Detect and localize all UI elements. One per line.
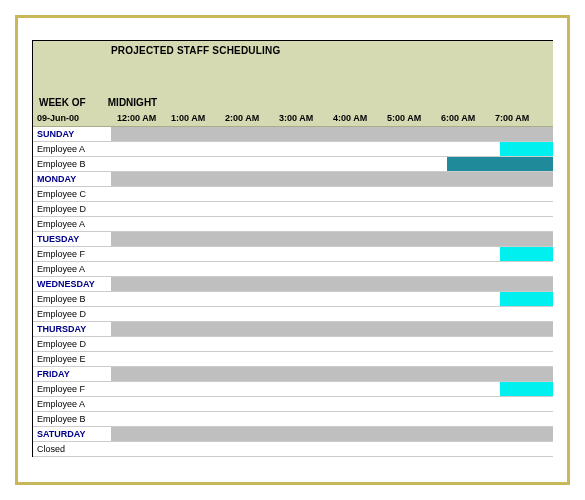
time-col-0: 12:00 AM: [111, 113, 165, 123]
employee-label: Employee A: [33, 142, 111, 156]
day-row: SATURDAY: [33, 427, 553, 442]
employee-label: Employee A: [33, 262, 111, 276]
time-col-5: 5:00 AM: [381, 113, 435, 123]
document-frame: PROJECTED STAFF SCHEDULING WEEK OF MIDNI…: [15, 15, 570, 485]
sheet-title: PROJECTED STAFF SCHEDULING: [111, 45, 280, 56]
employee-label: Employee C: [33, 187, 111, 201]
schedule-cells: [111, 232, 553, 246]
schedule-cells: [111, 217, 553, 231]
time-col-6: 6:00 AM: [435, 113, 489, 123]
employee-row: Employee A: [33, 217, 553, 232]
day-label: FRIDAY: [33, 367, 111, 381]
schedule-cells: [111, 127, 553, 141]
employee-label: Closed: [33, 442, 111, 456]
schedule-cells: [111, 202, 553, 216]
schedule-cells: [111, 412, 553, 426]
schedule-cells: [111, 427, 553, 441]
employee-row: Employee B: [33, 292, 553, 307]
schedule-cells: [111, 367, 553, 381]
day-row: TUESDAY: [33, 232, 553, 247]
employee-row: Employee F: [33, 247, 553, 262]
schedule-bar: [500, 382, 553, 396]
day-label: SATURDAY: [33, 427, 111, 441]
schedule-cells: [111, 262, 553, 276]
day-row: FRIDAY: [33, 367, 553, 382]
employee-label: Employee F: [33, 247, 111, 261]
schedule-cells: [111, 187, 553, 201]
schedule-cells: [111, 172, 553, 186]
midnight-label: MIDNIGHT: [108, 97, 157, 108]
employee-row: Employee D: [33, 307, 553, 322]
header-band: PROJECTED STAFF SCHEDULING WEEK OF MIDNI…: [33, 41, 553, 127]
employee-row: Employee A: [33, 142, 553, 157]
employee-row: Employee A: [33, 262, 553, 277]
employee-label: Employee A: [33, 397, 111, 411]
employee-row: Employee E: [33, 352, 553, 367]
employee-label: Employee A: [33, 217, 111, 231]
employee-row: Employee A: [33, 397, 553, 412]
week-of-label: WEEK OF: [39, 97, 105, 108]
time-col-7: 7:00 AM: [489, 113, 543, 123]
schedule-bar: [500, 142, 553, 156]
employee-label: Employee D: [33, 307, 111, 321]
time-col-4: 4:00 AM: [327, 113, 381, 123]
week-header: WEEK OF MIDNIGHT: [39, 97, 157, 108]
schedule-cells: [111, 442, 553, 456]
employee-row: Employee D: [33, 337, 553, 352]
employee-row: Employee C: [33, 187, 553, 202]
schedule-cells: [111, 307, 553, 321]
day-row: THURSDAY: [33, 322, 553, 337]
schedule-bar: [447, 157, 553, 171]
employee-label: Employee F: [33, 382, 111, 396]
employee-row: Employee D: [33, 202, 553, 217]
week-date: 09-Jun-00: [33, 113, 111, 123]
employee-label: Employee B: [33, 412, 111, 426]
grid-body: SUNDAYEmployee AEmployee BMONDAYEmployee…: [33, 127, 553, 457]
schedule-cells: [111, 337, 553, 351]
day-label: WEDNESDAY: [33, 277, 111, 291]
employee-row: Closed: [33, 442, 553, 457]
employee-label: Employee D: [33, 337, 111, 351]
schedule-cells: [111, 352, 553, 366]
schedule-cells: [111, 322, 553, 336]
day-label: SUNDAY: [33, 127, 111, 141]
schedule-cells: [111, 382, 553, 396]
schedule-cells: [111, 142, 553, 156]
employee-row: Employee B: [33, 157, 553, 172]
employee-label: Employee B: [33, 292, 111, 306]
schedule-cells: [111, 157, 553, 171]
schedule-cells: [111, 292, 553, 306]
employee-label: Employee B: [33, 157, 111, 171]
employee-label: Employee D: [33, 202, 111, 216]
time-col-2: 2:00 AM: [219, 113, 273, 123]
day-row: SUNDAY: [33, 127, 553, 142]
employee-row: Employee F: [33, 382, 553, 397]
schedule-cells: [111, 247, 553, 261]
time-col-3: 3:00 AM: [273, 113, 327, 123]
time-col-1: 1:00 AM: [165, 113, 219, 123]
schedule-sheet: PROJECTED STAFF SCHEDULING WEEK OF MIDNI…: [32, 40, 553, 457]
schedule-cells: [111, 277, 553, 291]
schedule-bar: [500, 247, 553, 261]
schedule-bar: [500, 292, 553, 306]
day-label: THURSDAY: [33, 322, 111, 336]
employee-label: Employee E: [33, 352, 111, 366]
time-header-row: 09-Jun-00 12:00 AM 1:00 AM 2:00 AM 3:00 …: [33, 113, 553, 123]
day-label: TUESDAY: [33, 232, 111, 246]
day-row: WEDNESDAY: [33, 277, 553, 292]
day-row: MONDAY: [33, 172, 553, 187]
schedule-cells: [111, 397, 553, 411]
day-label: MONDAY: [33, 172, 111, 186]
employee-row: Employee B: [33, 412, 553, 427]
